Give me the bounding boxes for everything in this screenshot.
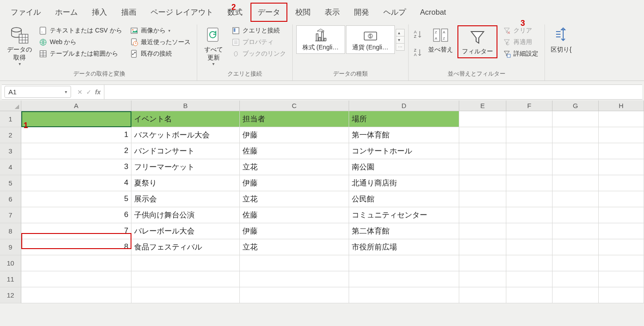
tab-Acrobat[interactable]: Acrobat xyxy=(414,4,453,20)
cell[interactable] xyxy=(553,191,599,207)
tab-ファイル[interactable]: ファイル xyxy=(4,4,47,21)
cell[interactable]: 佐藤 xyxy=(240,207,349,223)
select-all-corner[interactable] xyxy=(0,101,21,111)
gallery-more-icon[interactable]: ⋯ xyxy=(396,44,404,50)
row-header-2[interactable]: 2 xyxy=(0,127,21,143)
cell[interactable] xyxy=(21,255,131,271)
name-box[interactable]: A1 ▾ xyxy=(4,86,71,98)
cell[interactable]: バレーボール大会 xyxy=(131,223,240,239)
cell[interactable] xyxy=(349,287,459,303)
properties-button[interactable]: プロパティ xyxy=(229,37,289,48)
cell[interactable]: 展示会 xyxy=(131,191,240,207)
queries-connections-button[interactable]: クエリと接続 xyxy=(229,25,289,36)
cell[interactable]: 佐藤 xyxy=(240,143,349,159)
filter-button[interactable]: フィルター xyxy=(457,25,497,58)
cell[interactable] xyxy=(349,255,459,271)
row-header-6[interactable]: 6 xyxy=(0,191,21,207)
cell[interactable] xyxy=(553,159,599,175)
cell[interactable]: 立花 xyxy=(240,191,349,207)
cell[interactable] xyxy=(459,175,506,191)
cell[interactable] xyxy=(459,271,506,287)
row-header-8[interactable]: 8 xyxy=(0,223,21,239)
cell[interactable] xyxy=(506,287,553,303)
cell[interactable]: 第二体育館 xyxy=(349,223,459,239)
cell[interactable]: 担当者 xyxy=(240,111,349,127)
cell[interactable] xyxy=(599,111,644,127)
tab-ページ レイアウト[interactable]: ページ レイアウト xyxy=(144,4,219,21)
cell[interactable]: 立花 xyxy=(240,239,349,255)
cell[interactable] xyxy=(21,271,131,287)
cell[interactable] xyxy=(459,287,506,303)
refresh-all-button[interactable]: すべて 更新 ▾ xyxy=(201,25,227,68)
row-header-10[interactable]: 10 xyxy=(0,255,21,271)
gallery-down-icon[interactable]: ▾ xyxy=(396,36,404,44)
text-to-columns-button[interactable]: 区切り{ xyxy=(549,25,574,55)
cell[interactable] xyxy=(459,111,506,127)
cell[interactable]: 3 xyxy=(21,159,131,175)
fx-icon[interactable]: fx xyxy=(95,89,100,96)
cell[interactable]: 立花 xyxy=(240,159,349,175)
formula-input[interactable] xyxy=(104,85,642,99)
cell[interactable]: 第一体育館 xyxy=(349,127,459,143)
tab-データ[interactable]: データ xyxy=(250,3,287,22)
sort-desc-button[interactable]: ZA xyxy=(412,47,424,58)
cell[interactable] xyxy=(459,127,506,143)
workbook-links-button[interactable]: ブックのリンク xyxy=(229,48,289,59)
tab-描画[interactable]: 描画 xyxy=(115,4,143,21)
cell[interactable]: 5 xyxy=(21,191,131,207)
cell[interactable] xyxy=(459,143,506,159)
tab-校閲[interactable]: 校閲 xyxy=(289,4,317,21)
cell[interactable]: 1 xyxy=(21,127,131,143)
from-table-button[interactable]: テーブルまたは範囲から xyxy=(36,48,125,59)
cell[interactable] xyxy=(553,127,599,143)
cell[interactable]: フリーマーケット xyxy=(131,159,240,175)
cell[interactable]: 北通り商店街 xyxy=(349,175,459,191)
cell[interactable]: 4 xyxy=(21,175,131,191)
cell[interactable] xyxy=(506,271,553,287)
col-header-H[interactable]: H xyxy=(599,101,644,111)
cell[interactable] xyxy=(599,223,644,239)
cell[interactable] xyxy=(459,159,506,175)
cell[interactable]: 伊藤 xyxy=(240,223,349,239)
cell[interactable] xyxy=(553,175,599,191)
stocks-type-button[interactable]: 株式 (Engli… xyxy=(296,25,345,54)
tab-ホーム[interactable]: ホーム xyxy=(49,4,84,21)
cell[interactable]: 伊藤 xyxy=(240,175,349,191)
cell[interactable] xyxy=(506,191,553,207)
cell[interactable] xyxy=(599,239,644,255)
cell[interactable] xyxy=(240,255,349,271)
gallery-scroll[interactable]: ▴ ▾ ⋯ xyxy=(396,29,405,51)
cell[interactable]: バスケットボール大会 xyxy=(131,127,240,143)
tab-開発[interactable]: 開発 xyxy=(348,4,375,21)
enter-icon[interactable]: ✓ xyxy=(86,89,91,96)
cell[interactable] xyxy=(553,143,599,159)
cell[interactable] xyxy=(553,111,599,127)
cell[interactable] xyxy=(131,255,240,271)
cell[interactable] xyxy=(506,207,553,223)
cell[interactable] xyxy=(131,271,240,287)
cell[interactable]: 2 xyxy=(21,143,131,159)
cell[interactable] xyxy=(599,191,644,207)
cell[interactable]: 食品フェスティバル xyxy=(131,239,240,255)
cell[interactable]: 7 xyxy=(21,223,131,239)
cell[interactable] xyxy=(506,127,553,143)
cell[interactable] xyxy=(553,239,599,255)
row-header-1[interactable]: 1 xyxy=(0,111,21,127)
sort-asc-button[interactable]: AZ xyxy=(412,28,424,40)
cell[interactable]: 夏祭り xyxy=(131,175,240,191)
from-csv-button[interactable]: , テキストまたは CSV から xyxy=(36,25,125,36)
cell[interactable] xyxy=(459,239,506,255)
cell[interactable] xyxy=(459,223,506,239)
cell[interactable] xyxy=(349,271,459,287)
cell[interactable] xyxy=(506,223,553,239)
cell[interactable]: 6 xyxy=(21,207,131,223)
cell[interactable] xyxy=(553,271,599,287)
row-header-9[interactable]: 9 xyxy=(0,239,21,255)
row-header-4[interactable]: 4 xyxy=(0,159,21,175)
existing-connections-button[interactable]: 既存の接続 xyxy=(127,48,193,59)
cell[interactable]: 公民館 xyxy=(349,191,459,207)
tab-ヘルプ[interactable]: ヘルプ xyxy=(377,4,412,21)
reapply-button[interactable]: 再適用 xyxy=(500,37,541,48)
cell[interactable] xyxy=(553,287,599,303)
cell[interactable] xyxy=(459,191,506,207)
